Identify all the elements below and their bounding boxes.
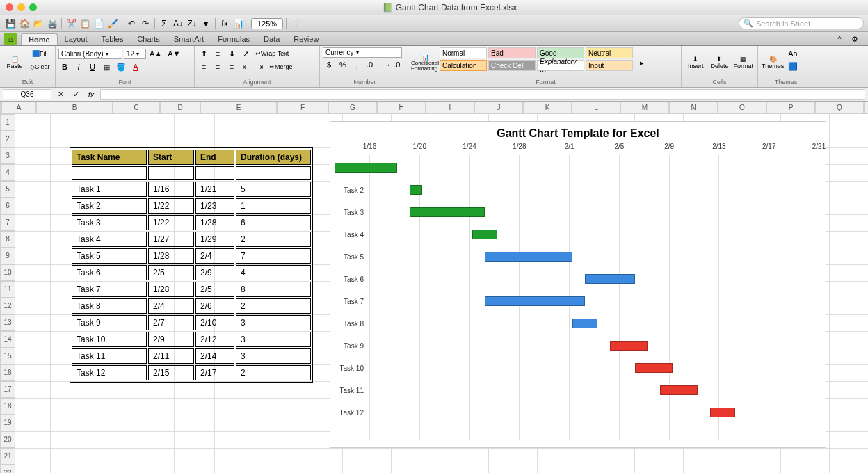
style-input[interactable]: Input	[586, 60, 633, 71]
search-input[interactable]: 🔍 Search in Sheet	[739, 17, 864, 29]
show-formula-icon[interactable]: 📊	[232, 17, 245, 30]
copy-icon[interactable]: 📋	[79, 17, 91, 30]
delete-cells-button[interactable]: ⬆Delete	[708, 47, 730, 78]
row-header[interactable]: 14	[0, 331, 15, 348]
zoom-window-button[interactable]	[29, 3, 37, 11]
gantt-bar[interactable]	[635, 363, 673, 373]
underline-button[interactable]: U	[86, 61, 99, 73]
gantt-chart[interactable]: Gantt Chart Template for Excel Task 1Tas…	[330, 121, 826, 448]
align-left-icon[interactable]: ≡	[198, 61, 210, 73]
gantt-bar[interactable]	[710, 408, 735, 417]
style-calculation[interactable]: Calculation	[440, 60, 487, 71]
table-row[interactable]: Task 62/52/94	[72, 265, 311, 280]
column-header[interactable]: O	[718, 102, 766, 114]
redo-icon[interactable]: ↷	[139, 17, 152, 30]
paste-icon[interactable]: 📄	[93, 17, 105, 30]
sort-za-icon[interactable]: Z↓	[186, 17, 198, 30]
app-home-button[interactable]: ⌂	[4, 33, 17, 45]
table-row[interactable]: Task 11/161/215	[72, 182, 311, 197]
zoom-display[interactable]: 125%	[251, 18, 283, 29]
align-bottom-icon[interactable]: ⬇	[225, 47, 238, 60]
row-header[interactable]: 12	[0, 298, 15, 314]
table-row[interactable]: Task 112/112/143	[72, 348, 311, 364]
paste-button[interactable]: 📋Paste	[3, 47, 26, 78]
row-header[interactable]: 19	[0, 415, 15, 431]
ribbon-collapse-icon[interactable]: ^	[833, 33, 846, 45]
save-icon[interactable]: 💾	[4, 17, 17, 30]
table-row[interactable]: Task 102/92/123	[72, 332, 311, 347]
filter-icon[interactable]: ▼	[200, 17, 212, 30]
increase-font-icon[interactable]: A▲	[147, 47, 164, 60]
style-neutral[interactable]: Neutral	[586, 47, 633, 58]
bold-button[interactable]: B	[58, 61, 71, 73]
table-row[interactable]: Task 31/221/286	[72, 215, 311, 230]
table-header[interactable]: End	[195, 150, 234, 165]
column-header[interactable]: N	[669, 102, 718, 114]
print-icon[interactable]: 🖨️	[46, 17, 58, 30]
gantt-bar[interactable]	[335, 163, 397, 173]
sort-az-icon[interactable]: A↓	[172, 17, 184, 30]
row-header[interactable]: 1	[0, 114, 15, 131]
clear-button[interactable]: ◇ Clear	[28, 61, 52, 73]
ribbon-tab-charts[interactable]: Charts	[130, 33, 166, 45]
row-header[interactable]: 5	[0, 181, 15, 198]
row-header[interactable]: 10	[0, 264, 15, 281]
gantt-bar[interactable]	[485, 252, 572, 262]
format-painter-icon[interactable]: 🖌️	[106, 17, 119, 30]
worksheet-grid[interactable]: Task NameStartEndDuration (days)Task 11/…	[15, 114, 868, 473]
orientation-icon[interactable]: ↗	[239, 47, 252, 60]
style-explanatory-[interactable]: Explanatory …	[537, 60, 584, 71]
accept-formula-icon[interactable]: ✓	[70, 88, 82, 101]
border-button[interactable]: ▦	[100, 61, 113, 73]
column-header[interactable]: P	[766, 102, 815, 114]
table-header[interactable]: Task Name	[72, 150, 147, 165]
percent-icon[interactable]: %	[337, 58, 349, 71]
currency-icon[interactable]: $	[323, 58, 335, 71]
open-icon[interactable]: 📂	[32, 17, 45, 30]
style-normal[interactable]: Normal	[440, 47, 487, 58]
fill-color-button[interactable]: 🪣	[114, 61, 128, 73]
column-header[interactable]: R	[864, 102, 868, 114]
style-good[interactable]: Good	[537, 47, 584, 58]
format-cells-button[interactable]: ▦Format	[732, 47, 755, 78]
name-box[interactable]: Q36	[3, 89, 51, 99]
ribbon-tab-layout[interactable]: Layout	[58, 33, 95, 45]
style-bad[interactable]: Bad	[488, 47, 536, 58]
row-header[interactable]: 4	[0, 164, 15, 181]
formula-input[interactable]	[100, 89, 865, 100]
fx-button[interactable]: fx	[85, 88, 97, 101]
gear-icon[interactable]: ⚙	[849, 33, 861, 45]
gantt-bar[interactable]	[572, 319, 597, 328]
column-header[interactable]: C	[113, 102, 160, 114]
wrap-text-button[interactable]: ↩ Wrap Text	[253, 47, 291, 60]
number-format-combo[interactable]: Currency	[323, 47, 402, 58]
row-header[interactable]: 21	[0, 448, 15, 465]
theme-fonts-button[interactable]: Aa	[786, 47, 800, 60]
table-row[interactable]: Task 122/152/172	[72, 365, 311, 380]
gantt-bar[interactable]	[485, 296, 585, 306]
table-row[interactable]: Task 41/271/292	[72, 232, 311, 247]
align-right-icon[interactable]: ≡	[225, 61, 238, 73]
conditional-formatting-button[interactable]: 📊Conditional Formatting	[413, 47, 437, 78]
table-header[interactable]: Duration (days)	[236, 150, 311, 165]
table-header[interactable]: Start	[148, 150, 194, 165]
ribbon-tab-data[interactable]: Data	[257, 33, 287, 45]
fx-icon[interactable]: fx	[218, 17, 231, 30]
row-header[interactable]: 6	[0, 198, 15, 214]
comma-icon[interactable]: ,	[351, 58, 363, 71]
column-header[interactable]: D	[160, 102, 200, 114]
gantt-bar[interactable]	[410, 185, 422, 195]
table-row[interactable]: Task 21/221/231	[72, 198, 311, 214]
style-check-cell[interactable]: Check Cell	[488, 60, 536, 71]
row-header[interactable]: 11	[0, 281, 15, 298]
gantt-bar[interactable]	[410, 207, 485, 217]
ribbon-tab-review[interactable]: Review	[287, 33, 326, 45]
font-name-combo[interactable]: Calibri (Body)	[58, 49, 122, 59]
row-header[interactable]: 16	[0, 364, 15, 381]
column-header[interactable]: J	[474, 102, 523, 114]
indent-right-icon[interactable]: ⇥	[253, 61, 266, 73]
column-header[interactable]: Q	[815, 102, 864, 114]
row-header[interactable]: 15	[0, 348, 15, 364]
align-top-icon[interactable]: ⬆	[198, 47, 210, 60]
help-icon[interactable]: ❔	[289, 17, 302, 30]
